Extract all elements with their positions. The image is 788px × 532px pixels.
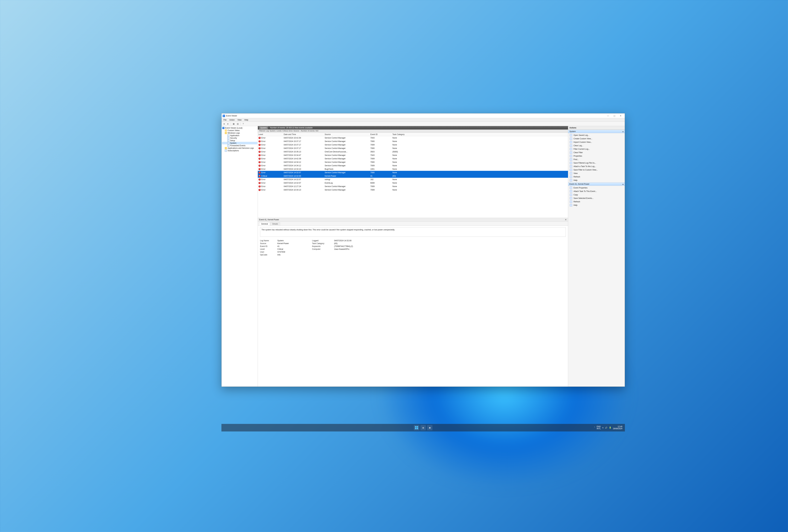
action-label: Help [573, 204, 577, 206]
close-button[interactable]: ✕ [617, 114, 624, 118]
col-datetime[interactable]: Date and Time [284, 133, 324, 136]
toolbar-icon[interactable]: ▤ [236, 122, 239, 125]
actions-section-event[interactable]: Event 41, Kernel-Power▴ [568, 182, 625, 186]
toolbar-icon[interactable]: ▦ [232, 122, 235, 125]
action-item[interactable]: Clear Log... [568, 144, 625, 147]
menu-action[interactable]: Action [228, 118, 236, 121]
menu-file[interactable]: File [222, 118, 228, 121]
actions-section-system[interactable]: System▴ [568, 130, 625, 133]
event-row[interactable]: Critical04/07/2024 14:32:00Kernel-Power4… [258, 174, 568, 178]
collapse-icon[interactable]: ▴ [623, 130, 624, 133]
error-icon [258, 147, 261, 150]
event-row[interactable]: Error04/07/2024 14:34:12Service Control … [258, 160, 568, 164]
error-icon [258, 185, 261, 188]
col-level[interactable]: Level [258, 133, 284, 136]
event-row[interactable]: Error04/07/2024 14:34:12Service Control … [258, 164, 568, 168]
action-item[interactable]: Save Filter to Custom View... [568, 168, 625, 172]
menu-view[interactable]: View [236, 118, 243, 121]
volume-icon[interactable]: 🔊 [605, 427, 607, 429]
maximize-button[interactable]: ▢ [611, 114, 617, 118]
event-row[interactable]: Error04/07/2024 15:37:17Service Control … [258, 140, 568, 143]
action-item[interactable]: Clear Filter [568, 151, 625, 154]
tree-app-services-logs[interactable]: Applications and Services Logs [222, 147, 257, 150]
error-icon [258, 182, 261, 184]
action-item[interactable]: Help [568, 203, 625, 207]
svg-rect-2 [415, 428, 416, 429]
start-button[interactable] [414, 425, 419, 430]
action-item[interactable]: Import Custom View... [568, 140, 625, 144]
event-row[interactable]: Error04/07/2024 10:34:13Service Control … [258, 188, 568, 192]
svg-rect-1 [417, 426, 418, 428]
event-row[interactable]: Error04/07/2024 15:35:13OneCore-DeviceAs… [258, 150, 568, 154]
error-icon [258, 151, 261, 153]
action-item[interactable]: Refresh [568, 200, 625, 203]
tree-root[interactable]: Event Viewer (Local) [222, 127, 257, 129]
action-item[interactable]: Attach Task To This Event... [568, 190, 625, 193]
tray-keyboard[interactable]: INTL [597, 428, 601, 430]
log-icon [227, 137, 230, 139]
back-button[interactable]: ◄ [222, 122, 226, 125]
action-label: Clear Log... [573, 144, 583, 147]
tab-details[interactable]: Details [270, 222, 280, 225]
tree-subscriptions[interactable]: Subscriptions [222, 150, 257, 152]
action-item[interactable]: Help [568, 179, 625, 182]
battery-icon[interactable]: 🔋 [609, 427, 611, 429]
action-item[interactable]: Create Custom View... [568, 137, 625, 140]
action-item[interactable]: Open Saved Log... [568, 134, 625, 137]
action-item[interactable]: Refresh [568, 175, 625, 179]
tray-clock[interactable]: 12:40 29/08/2024 [613, 426, 622, 430]
tree-log-system[interactable]: System [222, 142, 257, 144]
action-item[interactable]: Properties [568, 154, 625, 158]
action-item[interactable]: View [568, 172, 625, 175]
action-icon [570, 190, 572, 193]
tree-windows-logs[interactable]: Windows Logs [222, 132, 257, 134]
col-taskcat[interactable]: Task Category [392, 133, 567, 136]
event-row[interactable]: Error04/07/2024 12:27:24Service Control … [258, 185, 568, 188]
actions-pane: Actions System▴ Open Saved Log...Create … [568, 126, 625, 387]
nav-tree[interactable]: Event Viewer (Local) Custom Views Window… [222, 126, 258, 387]
forward-button[interactable]: ► [226, 122, 230, 125]
event-row[interactable]: Error04/07/2024 15:37:17Service Control … [258, 146, 568, 150]
menu-help[interactable]: Help [243, 118, 250, 121]
system-tray[interactable]: ˄ ENG INTL ⎋ 🔊 🔋 12:40 29/08/2024 [594, 424, 622, 431]
taskbar[interactable]: ▤ ▦ ˄ ENG INTL ⎋ 🔊 🔋 12:40 29/08/2024 [221, 424, 625, 431]
action-label: Filter Current Log... [573, 148, 590, 150]
event-row[interactable]: Error04/07/2024 14:32:07Service Control … [258, 171, 568, 174]
event-row[interactable]: Error04/07/2024 15:41:54Service Control … [258, 136, 568, 140]
grid-header[interactable]: Level Date and Time Source Event ID Task… [258, 133, 568, 136]
action-item[interactable]: Attach a Task To this Log... [568, 165, 625, 168]
action-item[interactable]: Event Properties [568, 186, 625, 190]
event-row[interactable]: Error04/07/2024 14:32:07EventLog6008None [258, 181, 568, 185]
event-row[interactable]: Error04/07/2024 14:42:39Service Control … [258, 157, 568, 160]
action-item[interactable]: Find... [568, 158, 625, 161]
wifi-icon[interactable]: ⎋ [602, 427, 604, 429]
titlebar[interactable]: Event Viewer — ▢ ✕ [222, 114, 625, 118]
event-row[interactable]: Error04/07/2024 15:37:17Service Control … [258, 143, 568, 146]
error-icon [258, 168, 261, 170]
col-source[interactable]: Source [324, 133, 370, 136]
event-row[interactable]: Error04/07/2024 14:32:07volmgr162None [258, 178, 568, 181]
action-item[interactable]: Copy [568, 193, 625, 197]
event-grid[interactable]: Level Date and Time Source Event ID Task… [258, 133, 568, 218]
tree-custom-views[interactable]: Custom Views [222, 129, 257, 132]
action-label: Help [573, 179, 577, 181]
taskbar-app-icon[interactable]: ▤ [420, 425, 426, 430]
tree-log-forwarded[interactable]: Forwarded Events [222, 144, 257, 147]
col-eventid[interactable]: Event ID [370, 133, 392, 136]
tree-log-security[interactable]: Security [222, 137, 257, 139]
action-item[interactable]: Save Filtered Log File As... [568, 161, 625, 165]
tree-log-application[interactable]: Application [222, 134, 257, 137]
tab-general[interactable]: General [259, 222, 270, 225]
help-button[interactable]: ? [241, 122, 245, 125]
action-item[interactable]: Filter Current Log... [568, 147, 625, 151]
event-row[interactable]: Error04/07/2024 15:34:47Service Control … [258, 154, 568, 157]
minimize-button[interactable]: — [605, 114, 611, 118]
collapse-icon[interactable]: ▴ [623, 183, 624, 185]
log-tab[interactable]: System [259, 126, 268, 129]
tray-chevron-icon[interactable]: ˄ [594, 427, 595, 429]
taskbar-app-icon[interactable]: ▦ [427, 425, 432, 430]
action-item[interactable]: Save Selected Events... [568, 197, 625, 200]
detail-close-button[interactable]: ✕ [565, 218, 567, 221]
tree-log-setup[interactable]: Setup [222, 139, 257, 142]
event-row[interactable]: Error04/07/2024 14:34:10BugCheck1001None [258, 168, 568, 171]
